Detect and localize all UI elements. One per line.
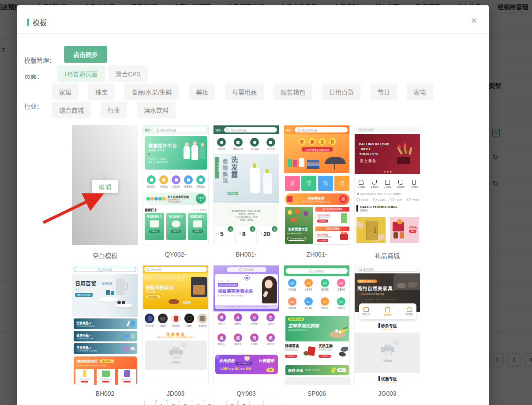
vip-banner[interactable]: 加入会员享受优惠 全身体检到时七折 为您的健康保驾护航 立即加入: [145, 193, 207, 205]
experts-icon[interactable]: [159, 175, 168, 184]
handbag-icon[interactable]: [398, 180, 403, 185]
punch-more[interactable]: 每日打卡领积分: [194, 208, 208, 211]
punch-card[interactable]: 每日运动打卡 立即打卡: [166, 213, 186, 240]
tag-home[interactable]: 家居: [52, 83, 79, 100]
beauty-icon[interactable]: 美: [217, 313, 226, 322]
template-card-blank[interactable]: 编 辑: [72, 125, 138, 245]
pager-page-4[interactable]: 4: [192, 400, 203, 405]
pharmacy-icon[interactable]: 医药: [321, 279, 329, 287]
groupbuy-icon[interactable]: 拼团: [288, 297, 296, 306]
tile-care[interactable]: 洗护优选: [285, 176, 300, 191]
tag-maternal[interactable]: 母婴用品: [225, 83, 264, 100]
ricecooker-icon[interactable]: [158, 314, 168, 323]
points-icon[interactable]: 积分: [337, 297, 345, 306]
tag-industry[interactable]: 行业: [101, 102, 127, 118]
tile-home[interactable]: 家居口碑: [318, 176, 333, 191]
snacks-icon[interactable]: 零食: [304, 279, 313, 287]
points-icon[interactable]: [250, 138, 259, 147]
airfryer-icon[interactable]: [145, 314, 154, 323]
beauty-icon[interactable]: 心: [250, 313, 259, 322]
service-aftersale[interactable]: 售后服务: [405, 307, 413, 315]
tab-aggregate-cps[interactable]: 聚合CPS: [108, 65, 148, 82]
tag-daily[interactable]: 日用百货: [322, 83, 361, 100]
pager-next[interactable]: ›: [263, 400, 279, 405]
bowl-icon[interactable]: [372, 180, 377, 185]
template-card-jg003[interactable]: 店内搜索 视觉不凡 × 高雅方式 简约自然美家具 —— 打造年轻新派自然系简约风…: [354, 265, 420, 385]
template-card-bh001[interactable]: 城市 > 附近商家商品 拼团秒杀 购物车分享 积分活动 每日红包 风尚洗发 柔顺…: [213, 125, 279, 245]
pharmacy-icon[interactable]: [196, 175, 205, 184]
more-button[interactable]: 更多 >: [337, 368, 346, 372]
cart-share-icon[interactable]: [234, 138, 243, 147]
snack-promo[interactable]: 馋嘴零食 超值满减3元起 立即购买 >: [285, 343, 317, 359]
pager-page-1[interactable]: 1: [156, 400, 167, 405]
template-card-sp006[interactable]: 店内搜索 果蔬新鲜果蔬 零食休闲零食 医药医药健康 鲜花浪漫鲜花 拼团拼团实惠 …: [284, 265, 350, 385]
template-card-qy003[interactable]: 店内搜索 MORE ITEMS 官方认证机构安全保障 极致美丽青春永驻 激光嫩肤…: [213, 265, 279, 385]
bottle-icon[interactable]: [412, 180, 416, 185]
tag-jewelry[interactable]: 珠宝: [88, 83, 115, 100]
tag-beauty[interactable]: 美妆: [189, 83, 215, 100]
groupbuy-banner[interactable]: 拼团购有奖 新人拼团优惠折扣 团购拼购最迷之优惠 立即参团: [285, 193, 349, 205]
tab-h5-normal-page[interactable]: H5普通页面: [57, 65, 105, 82]
category-row-wash[interactable]: 洗漱用品 > 干净放心的刷牙 柔和净心: [74, 318, 137, 329]
tag-drinks[interactable]: 酒水饮料: [137, 102, 176, 118]
health-news-icon[interactable]: [184, 175, 193, 184]
tag-mall[interactable]: 综合商城: [52, 102, 91, 118]
template-card-gift[interactable]: 店内搜索 FALLING IN LOVE WITH YOUR LIPS 恋上美妆…: [354, 125, 420, 245]
beauty-icon[interactable]: 而: [250, 333, 259, 342]
beauty-icon[interactable]: 从: [234, 313, 242, 322]
sync-button[interactable]: 点击同步: [64, 46, 107, 63]
join-now-button[interactable]: 立即加入: [196, 194, 206, 204]
newuser-icon[interactable]: 新人: [304, 297, 313, 306]
fresh-banner[interactable]: 生鲜·果蔬·大汇·优选 生鲜果蔬优质购 超值果蔬优质食材·新鲜多汁: [285, 316, 349, 341]
vip-button[interactable]: 立即查看>: [317, 220, 328, 223]
encyclopedia-icon[interactable]: [172, 175, 180, 184]
red-button[interactable]: 立即领取>: [317, 239, 328, 242]
fresh-promo[interactable]: 优质生鲜 超值满减5元起 马上抢购 >: [318, 343, 349, 359]
fresh-promo-card[interactable]: 生鲜优惠大促 水果/海鲜/肉类/蔬菜 进入生鲜优惠专区: [285, 207, 313, 244]
vip-price-card[interactable]: 加入会员享会员优惠价 会员价五折起 领券会员产品专享 立即查看>: [315, 207, 350, 225]
service-delivery[interactable]: 送货上门: [363, 307, 370, 315]
pager-page-2[interactable]: 2: [168, 400, 179, 405]
tag-food[interactable]: 食品/水果/生鲜: [124, 83, 179, 100]
camera-icon[interactable]: [385, 180, 390, 185]
category-row-clean[interactable]: 清洁用品 > 干净整洁的家 省心包袱: [74, 331, 137, 341]
service-inspection[interactable]: 验收签收: [384, 307, 392, 316]
buy-button[interactable]: 马上抢购 >: [318, 355, 331, 358]
groupbuy-icon[interactable]: [217, 138, 226, 147]
flowers-icon[interactable]: 鲜花: [337, 279, 345, 287]
template-card-bh002[interactable]: 店内搜索 日用百货 /生活升级/ ● ● 温馨生活岁月静好 洗漱用品 > 干净放…: [72, 265, 138, 385]
cloche-icon[interactable]: [359, 180, 363, 185]
tag-festival[interactable]: 节日: [371, 83, 397, 100]
close-icon[interactable]: ✕: [471, 16, 477, 26]
join-group-button[interactable]: 立即参团: [339, 195, 347, 203]
punch-card[interactable]: 健康饮食打卡 立即打卡: [188, 213, 207, 240]
beauty-icon[interactable]: 自: [217, 333, 226, 342]
promo-banner[interactable]: 水光肌肤 W微整形 一站式年轻解决方案 大减价 每满 300 立减 30元 GO: [215, 355, 278, 374]
punch-card[interactable]: 每日签到打卡 立即打卡: [145, 213, 164, 240]
go-button[interactable]: GO>: [409, 230, 416, 233]
go-button[interactable]: GO: [266, 368, 274, 372]
pager-prev[interactable]: ‹: [144, 400, 156, 405]
tag-clothing[interactable]: 服装箱包: [273, 83, 312, 100]
red-packet-icon[interactable]: [266, 138, 275, 147]
coupon-card[interactable]: ¥ 8 领: [237, 228, 256, 245]
template-card-qy002[interactable]: 城市 > 附近商家商品 健康医疗平台 健·康·医·疗·平·台 ✚ 预约挂号（3分…: [142, 125, 209, 245]
buy-button[interactable]: 立即购买 >: [285, 355, 297, 358]
banner-pill[interactable]: 价格淘我低 >: [146, 295, 161, 299]
produce-icon[interactable]: 果蔬: [288, 279, 296, 287]
pager-page-5[interactable]: 5: [204, 400, 215, 405]
all-appliances-icon[interactable]: [198, 314, 207, 323]
pager-page-7[interactable]: 7: [238, 400, 250, 405]
template-card-jd003[interactable]: 店内搜索 technology 智能科技家电 性价比优选 价格淘我低 > 空气炸…: [142, 265, 209, 385]
pager-page-3[interactable]: 3: [180, 400, 191, 405]
pager-page-6[interactable]: 6: [226, 400, 238, 405]
flash-product-card[interactable]: [75, 369, 94, 385]
flash-sale-panel[interactable]: 限时抢购专区 10:00-11:00 每天早上十点一场 热点活动大好货等你来抢: [74, 356, 137, 385]
coupon-card[interactable]: ¥ 5 领: [215, 228, 234, 245]
flash-product-card[interactable]: [118, 369, 136, 385]
appointment-icon[interactable]: [147, 175, 156, 184]
gift-image-gold[interactable]: 亿萬: [356, 217, 386, 243]
red-packet-card[interactable]: 每日红包领现金 陶醉吧颜值 每日积分福利等你拿 立即领取>: [315, 226, 350, 245]
induction-icon[interactable]: [184, 314, 194, 323]
tag-appliance[interactable]: 家电: [407, 83, 433, 100]
